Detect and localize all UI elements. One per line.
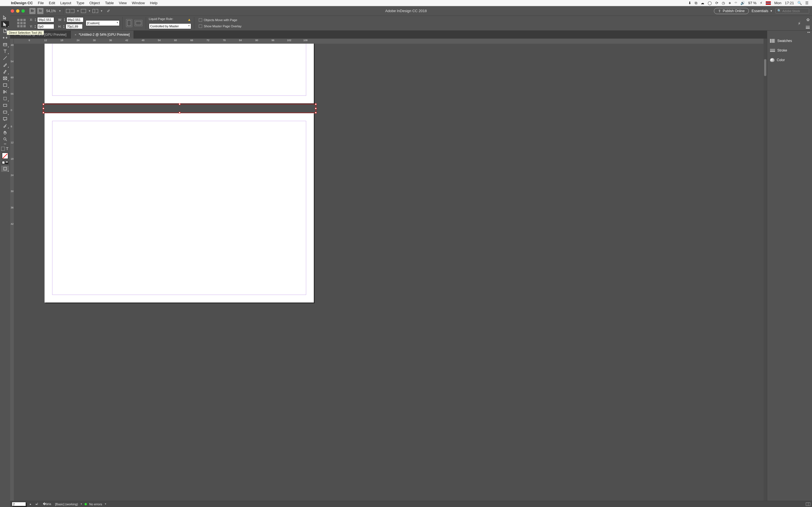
ruler-v-label: 60 <box>11 76 13 79</box>
app-name[interactable]: InDesign CC <box>8 1 35 5</box>
window-title: Adobe InDesign CC 2018 <box>385 9 406 13</box>
pen-tool[interactable] <box>1 62 9 68</box>
ruler-v-label: 12 <box>11 141 13 144</box>
zoom-level[interactable]: 54,1% <box>46 9 56 13</box>
warning-icon: ▲ <box>188 17 191 22</box>
content-collector-tool[interactable] <box>1 41 9 48</box>
objects-move-checkbox[interactable]: Objects Move with Page <box>199 18 242 22</box>
gradient-swatch-tool[interactable] <box>1 102 9 108</box>
bridge-button[interactable]: Br <box>29 8 36 14</box>
h-input[interactable] <box>66 24 83 29</box>
apply-gradient-icon[interactable] <box>5 161 8 164</box>
x-input[interactable] <box>37 17 54 22</box>
x-spinner[interactable]: ▲▼ <box>34 17 37 22</box>
tool-tooltip: Direct Selection Tool (A) <box>7 31 44 35</box>
app-bar: × Br St 54,1% ▼ ▼ ▼ ▼ ✐ Adobe InDesign C… <box>0 6 406 15</box>
close-tab-icon[interactable]: × <box>75 33 77 36</box>
w-spinner[interactable]: ▲▼ <box>63 17 66 22</box>
format-container-icon[interactable] <box>1 147 5 151</box>
ruler-h-label: 84 <box>239 39 242 42</box>
arrange-docs-group[interactable]: ▼ <box>93 9 105 13</box>
line-tool[interactable] <box>1 55 9 61</box>
y-input[interactable] <box>37 24 54 29</box>
window-zoom[interactable] <box>21 9 25 13</box>
menu-table[interactable]: Table <box>102 1 116 5</box>
gpu-rocket-icon[interactable]: ✐ <box>107 9 110 13</box>
page-upper[interactable] <box>45 44 314 103</box>
view-options-group[interactable]: ▼ <box>66 9 81 13</box>
menu-edit[interactable]: Edit <box>46 1 57 5</box>
ruler-h-label: 48 <box>142 39 144 42</box>
horizontal-ruler[interactable]: 6121824303642485460667278849096102108 <box>14 39 406 44</box>
master-overlay-checkbox[interactable]: Show Master Page Overlay <box>199 24 242 28</box>
ruler-h-label: 30 <box>93 39 96 42</box>
ruler-h-label: 102 <box>287 39 291 42</box>
h-field[interactable]: H: ▲▼ <box>58 24 83 29</box>
free-transform-tool[interactable] <box>1 96 9 102</box>
menu-file[interactable]: File <box>35 1 46 5</box>
ruler-h-label: 54 <box>158 39 161 42</box>
ruler-h-label: 90 <box>255 39 258 42</box>
doc-tab-label-1: *Untitled-2 @ 54% [GPU Preview] <box>79 33 130 37</box>
ruler-h-label: 6 <box>29 39 30 42</box>
ruler-v-label: 6 <box>11 125 12 128</box>
stock-button[interactable]: St <box>37 8 43 14</box>
control-panel: X: ▲▼ Y: ▲▼ W: ▲▼ H: ▲▼ [Custom] <box>0 15 406 31</box>
x-label: X: <box>30 18 33 21</box>
screen-mode-group[interactable]: ▼ <box>81 9 93 13</box>
page-lower[interactable] <box>45 113 314 253</box>
fill-stroke-swatch[interactable] <box>2 153 8 159</box>
doc-tab-1[interactable]: × *Untitled-2 @ 54% [GPU Preview] <box>71 31 134 39</box>
menu-type[interactable]: Type <box>74 1 87 5</box>
ruler-origin[interactable] <box>10 39 14 44</box>
document-canvas[interactable] <box>14 44 406 253</box>
menu-view[interactable]: View <box>116 1 130 5</box>
w-field[interactable]: W: ▲▼ <box>58 17 83 22</box>
type-tool[interactable] <box>1 48 9 54</box>
ruler-v-label: 66 <box>11 93 13 95</box>
hand-tool[interactable] <box>1 129 9 135</box>
gradient-feather-tool[interactable] <box>1 109 9 115</box>
ruler-h-label: 24 <box>77 39 80 42</box>
direct-selection-tool[interactable] <box>1 21 9 27</box>
h-spinner[interactable]: ▲▼ <box>62 24 65 29</box>
menu-object[interactable]: Object <box>87 1 103 5</box>
menu-help[interactable]: Help <box>147 1 160 5</box>
scissors-tool[interactable] <box>1 89 9 95</box>
page-preset-select[interactable]: [Custom] <box>86 20 119 26</box>
orientation-landscape[interactable] <box>135 20 142 26</box>
pencil-tool[interactable] <box>1 68 9 75</box>
note-tool[interactable] <box>1 116 9 122</box>
svg-point-10 <box>4 138 6 140</box>
liquid-rule-select[interactable]: Controlled by Master <box>149 23 191 29</box>
zoom-tool[interactable] <box>1 136 9 142</box>
margin-guide <box>52 44 306 96</box>
window-close[interactable] <box>11 9 14 13</box>
reference-point-grid[interactable] <box>17 18 26 27</box>
menu-layout[interactable]: Layout <box>58 1 74 5</box>
tools-panel: T <box>0 6 10 253</box>
y-spinner[interactable]: ▲▼ <box>34 24 37 29</box>
eyedropper-tool[interactable] <box>1 122 9 129</box>
ruler-v-label: 54 <box>11 60 13 63</box>
selection-tool[interactable] <box>1 14 9 20</box>
orientation-portrait[interactable] <box>126 19 132 27</box>
rectangle-frame-tool[interactable] <box>1 75 9 81</box>
svg-rect-1 <box>3 43 7 46</box>
ruler-h-label: 36 <box>109 39 112 42</box>
svg-point-5 <box>3 92 4 93</box>
apply-color-icon[interactable] <box>2 161 5 164</box>
x-field[interactable]: X: ▲▼ <box>30 17 54 22</box>
w-input[interactable] <box>66 17 84 22</box>
view-mode-icon[interactable] <box>1 166 9 172</box>
y-field[interactable]: Y: ▲▼ <box>30 24 54 29</box>
rectangle-tool[interactable] <box>1 82 9 88</box>
format-text-icon[interactable]: T <box>5 147 9 151</box>
zoom-chevron-icon[interactable]: ▼ <box>59 10 61 12</box>
menu-window[interactable]: Window <box>130 1 147 5</box>
selected-frame[interactable] <box>43 104 316 113</box>
gap-tool[interactable] <box>1 35 9 41</box>
window-minimize[interactable] <box>16 9 19 13</box>
w-label: W: <box>58 18 62 21</box>
vertical-ruler[interactable]: 4854606606121824303642 <box>10 44 14 253</box>
